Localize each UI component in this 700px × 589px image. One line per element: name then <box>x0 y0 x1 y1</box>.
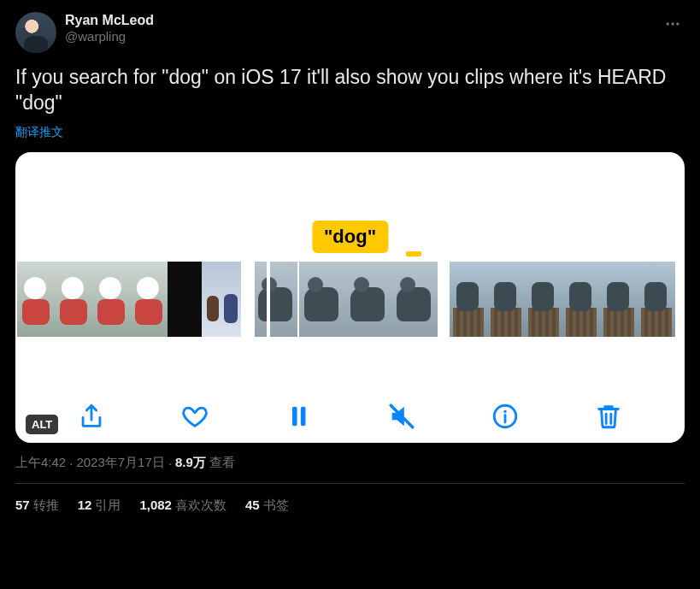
quotes-stat[interactable]: 12引用 <box>78 498 121 514</box>
tweet-meta: 上午4:42 · 2023年7月17日 · 8.9万 查看 <box>15 455 685 471</box>
thumbnail[interactable] <box>299 262 345 337</box>
clip-group-2 <box>253 262 438 337</box>
separator: · <box>69 456 73 470</box>
svg-point-0 <box>667 22 669 25</box>
share-button[interactable] <box>77 402 106 431</box>
stat-count: 1,082 <box>139 498 172 512</box>
thumbnail[interactable] <box>92 262 130 337</box>
thumbnail[interactable] <box>345 262 391 337</box>
svg-point-1 <box>671 22 674 25</box>
display-name: Ryan McLeod <box>65 12 154 29</box>
tweet-text: If you search for "dog" on iOS 17 it'll … <box>15 65 685 116</box>
avatar[interactable] <box>15 12 56 53</box>
video-timeline[interactable] <box>15 262 685 337</box>
stat-count: 57 <box>15 498 30 512</box>
alt-text-badge[interactable]: ALT <box>26 415 58 434</box>
clip-group-3 <box>450 262 675 337</box>
thumbnail[interactable] <box>600 262 638 337</box>
more-icon <box>664 15 681 32</box>
thumbnail[interactable] <box>168 262 202 337</box>
delete-button[interactable] <box>594 402 623 431</box>
pause-button[interactable] <box>284 402 313 431</box>
tweet-date[interactable]: 2023年7月17日 <box>76 455 164 471</box>
svg-point-7 <box>504 409 507 412</box>
thumbnail[interactable] <box>253 262 299 337</box>
user-name-block[interactable]: Ryan McLeod @warpling <box>65 12 154 45</box>
stat-label: 引用 <box>95 498 121 512</box>
likes-stat[interactable]: 1,082喜欢次数 <box>139 498 226 514</box>
svg-rect-3 <box>292 406 297 426</box>
tweet-container: Ryan McLeod @warpling If you search for … <box>0 0 700 526</box>
views-count: 8.9万 <box>175 455 206 471</box>
thumbnail[interactable] <box>202 262 241 337</box>
thumbnail[interactable] <box>391 262 438 337</box>
media-attachment[interactable]: "dog" <box>15 152 685 443</box>
more-options-button[interactable] <box>661 12 685 36</box>
thumbnail[interactable] <box>55 262 92 337</box>
thumbnail[interactable] <box>450 262 487 337</box>
playhead[interactable] <box>267 258 270 340</box>
search-term-tick <box>406 251 421 256</box>
pause-icon <box>284 402 313 431</box>
stat-label: 转推 <box>33 498 59 512</box>
mute-button[interactable] <box>387 402 416 431</box>
thumbnail[interactable] <box>487 262 525 337</box>
info-icon <box>491 402 520 431</box>
translate-link[interactable]: 翻译推文 <box>15 125 63 140</box>
retweets-stat[interactable]: 57转推 <box>15 498 59 514</box>
thumbnail[interactable] <box>130 262 168 337</box>
stat-count: 12 <box>78 498 92 512</box>
thumbnail[interactable] <box>17 262 55 337</box>
tweet-header: Ryan McLeod @warpling <box>15 12 685 53</box>
trash-icon <box>594 402 623 431</box>
share-icon <box>77 402 106 431</box>
search-term-label: "dog" <box>312 221 388 253</box>
clip-group-1 <box>17 262 241 337</box>
speaker-muted-icon <box>387 402 416 431</box>
tweet-stats: 57转推 12引用 1,082喜欢次数 45书签 <box>15 484 685 514</box>
svg-rect-4 <box>301 406 306 426</box>
thumbnail[interactable] <box>638 262 675 337</box>
tweet-time[interactable]: 上午4:42 <box>15 455 66 471</box>
heart-icon <box>180 402 209 431</box>
thumbnail[interactable] <box>525 262 562 337</box>
bookmarks-stat[interactable]: 45书签 <box>245 498 289 514</box>
media-toolbar <box>15 402 685 431</box>
user-handle: @warpling <box>65 29 154 45</box>
separator: · <box>168 456 172 470</box>
stat-count: 45 <box>245 498 260 512</box>
stat-label: 喜欢次数 <box>175 498 226 512</box>
thumbnail[interactable] <box>562 262 600 337</box>
stat-label: 书签 <box>263 498 289 512</box>
svg-point-2 <box>676 22 679 25</box>
views-label: 查看 <box>209 455 235 471</box>
favorite-button[interactable] <box>180 402 209 431</box>
info-button[interactable] <box>491 402 520 431</box>
